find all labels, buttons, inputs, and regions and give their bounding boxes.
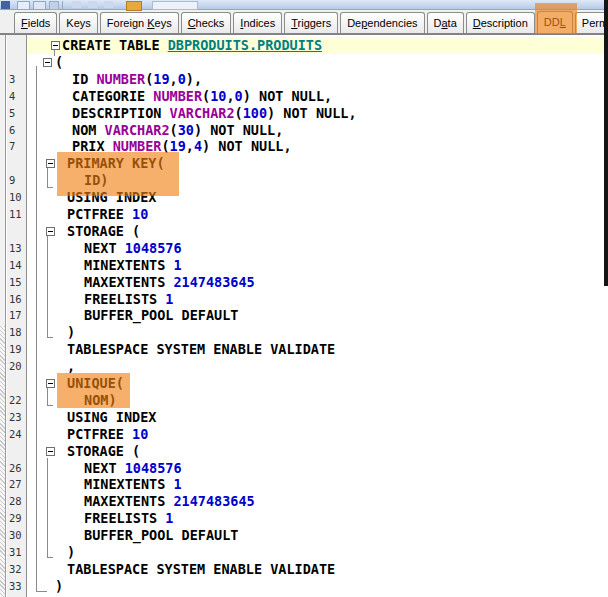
- code-token: 2147483645: [173, 274, 254, 290]
- code-token: VARCHAR2: [105, 122, 170, 138]
- code-token: ID: [72, 71, 96, 87]
- code-token: ): [67, 544, 75, 560]
- toolbar-strip: [0, 0, 608, 10]
- code-token: FREELISTS: [84, 291, 165, 307]
- code-token: 0: [235, 88, 243, 104]
- code-token: (: [55, 54, 63, 70]
- code-line: ): [0, 544, 608, 561]
- toolbar-icon-fragment: [88, 1, 97, 8]
- tab-foreign-keys[interactable]: Foreign Keys: [100, 12, 179, 33]
- fold-collapse-icon[interactable]: [51, 41, 60, 50]
- code-token: CATEGORIE: [72, 88, 153, 104]
- code-token: (: [161, 138, 169, 154]
- code-line: NOM): [0, 392, 608, 409]
- code-token: 1048576: [125, 240, 182, 256]
- tab-label: D: [473, 17, 481, 29]
- tab-triggers[interactable]: Triggers: [284, 12, 338, 33]
- tab-keys[interactable]: Keys: [59, 12, 97, 33]
- code-line: MAXEXTENTS 2147483645: [0, 274, 608, 291]
- code-token: 19: [170, 138, 186, 154]
- code-line: TABLESPACE SYSTEM ENABLE VALIDATE: [0, 341, 608, 358]
- code-line: UNIQUE(: [0, 375, 608, 392]
- code-token: NEXT: [84, 240, 125, 256]
- code-token: ),: [186, 71, 202, 87]
- code-token: TABLESPACE SYSTEM ENABLE VALIDATE: [67, 561, 335, 577]
- code-token: 30: [178, 122, 194, 138]
- code-line: CATEGORIE NUMBER(10,0) NOT NULL,: [0, 88, 608, 105]
- code-token: ,: [226, 88, 234, 104]
- code-token: PRIMARY KEY(: [67, 155, 165, 171]
- tab-indices[interactable]: Indices: [233, 12, 282, 33]
- code-line: (: [0, 54, 608, 71]
- app-window: { "window": {"view_title": "Table DDL vi…: [0, 0, 608, 597]
- code-token: NOM): [84, 392, 117, 408]
- code-token: USING INDEX: [67, 409, 156, 425]
- tab-bar: FieldsKeysForeign KeysChecksIndicesTrigg…: [0, 10, 608, 34]
- code-token: (: [170, 122, 178, 138]
- code-line: CREATE TABLE DBPRODUITS.PRODUITS: [0, 37, 608, 54]
- code-token: ) NOT NULL,: [194, 122, 283, 138]
- code-token: ): [55, 578, 63, 594]
- tab-label: De: [347, 17, 361, 29]
- code-line: ID NUMBER(19,0),: [0, 71, 608, 88]
- code-token: 1: [173, 257, 181, 273]
- tab-label: DD: [544, 16, 560, 28]
- ddl-editor[interactable]: 3456791011131415161718192022232426272829…: [0, 34, 608, 597]
- code-token: NUMBER: [113, 138, 162, 154]
- code-token: PRIX: [72, 138, 113, 154]
- code-token: TABLESPACE SYSTEM ENABLE VALIDATE: [67, 341, 335, 357]
- tab-label: L: [560, 16, 566, 28]
- code-line: ,: [0, 358, 608, 375]
- tab-ddl[interactable]: DDL: [537, 11, 573, 33]
- toolbar-icon-fragment: [1, 1, 10, 9]
- code-token: UNIQUE(: [67, 375, 124, 391]
- fold-collapse-icon[interactable]: [46, 159, 55, 168]
- code-line: USING INDEX: [0, 189, 608, 206]
- code-line: STORAGE (: [0, 443, 608, 460]
- code-line: PRIMARY KEY(: [0, 155, 608, 172]
- fold-collapse-icon[interactable]: [46, 379, 55, 388]
- fold-collapse-icon[interactable]: [46, 227, 55, 236]
- code-line: PCTFREE 10: [0, 206, 608, 223]
- code-token: (: [235, 105, 243, 121]
- code-token: ) NOT NULL,: [243, 88, 332, 104]
- code-lines-layer: CREATE TABLE DBPRODUITS.PRODUITS(ID NUMB…: [0, 35, 608, 597]
- tab-checks[interactable]: Checks: [181, 12, 232, 33]
- tab-label: Keys: [66, 17, 90, 29]
- code-line: FREELISTS 1: [0, 291, 608, 308]
- code-line: NOM VARCHAR2(30) NOT NULL,: [0, 122, 608, 139]
- code-token: 1: [173, 476, 181, 492]
- code-token: MINEXTENTS: [84, 476, 173, 492]
- code-line: MINEXTENTS 1: [0, 476, 608, 493]
- tab-dependencies[interactable]: Dependencies: [340, 12, 424, 33]
- code-token: DESCRIPTION: [72, 105, 170, 121]
- tab-description[interactable]: Description: [466, 12, 535, 33]
- tab-fields[interactable]: Fields: [14, 12, 57, 33]
- code-token: PCTFREE: [67, 206, 132, 222]
- code-line: BUFFER_POOL DEFAULT: [0, 527, 608, 544]
- tab-label: Foreign: [107, 17, 147, 29]
- code-token: ) NOT NULL,: [267, 105, 356, 121]
- code-token: 10: [132, 426, 148, 442]
- tab-label: hecks: [196, 17, 225, 29]
- code-token: NUMBER: [96, 71, 145, 87]
- code-line: ): [0, 324, 608, 341]
- fold-collapse-icon[interactable]: [46, 447, 55, 456]
- code-token: PCTFREE: [67, 426, 132, 442]
- code-token: USING INDEX: [67, 189, 156, 205]
- tab-label: ields: [28, 17, 51, 29]
- tab-label: escription: [481, 17, 528, 29]
- code-token: BUFFER_POOL DEFAULT: [84, 307, 238, 323]
- toolbar-icon-fragment: [104, 1, 113, 8]
- code-line: MAXEXTENTS 2147483645: [0, 493, 608, 510]
- toolbar-icon-fragment: [72, 1, 81, 8]
- code-token: 10: [210, 88, 226, 104]
- code-token: ): [67, 324, 75, 340]
- code-token: 100: [243, 105, 267, 121]
- fold-collapse-icon[interactable]: [43, 58, 52, 67]
- code-token: 10: [132, 206, 148, 222]
- tab-data[interactable]: Data: [427, 12, 464, 33]
- code-token: NOM: [72, 122, 105, 138]
- tab-label: ndices: [243, 17, 275, 29]
- code-line: PRIX NUMBER(19,4) NOT NULL,: [0, 138, 608, 155]
